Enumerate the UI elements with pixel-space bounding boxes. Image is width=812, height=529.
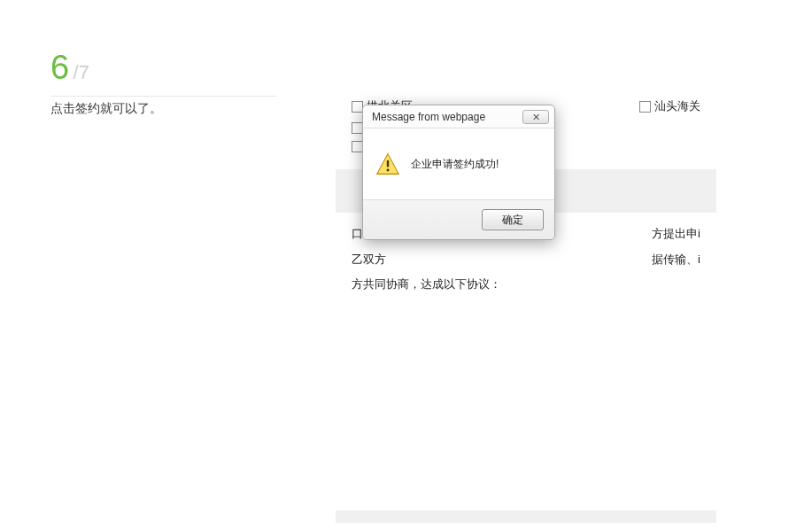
dialog-close-button[interactable]: ✕ bbox=[522, 110, 549, 124]
checkbox-icon bbox=[639, 101, 651, 113]
ok-button[interactable]: 确定 bbox=[482, 209, 544, 230]
close-icon: ✕ bbox=[532, 112, 540, 123]
background-agreement-text: 口快通关 方提出申i 乙双方 据传输、i 方共同协商，达成以下协议： bbox=[336, 213, 716, 510]
warning-icon bbox=[375, 152, 400, 176]
checkbox-label: 汕头海关 bbox=[654, 98, 700, 114]
dialog-titlebar: Message from webpage ✕ bbox=[363, 105, 554, 128]
message-dialog: Message from webpage ✕ 企业申请签约成功! 确定 bbox=[362, 105, 555, 240]
dialog-message: 企业申请签约成功! bbox=[411, 157, 499, 172]
step-header: 6 /7 bbox=[50, 49, 276, 97]
agreement-fragment: 方提出申i bbox=[652, 222, 700, 247]
agreement-fragment: 据传输、i bbox=[652, 247, 700, 273]
agreement-fragment: 乙双方 bbox=[352, 247, 386, 273]
step-total-number: /7 bbox=[73, 61, 89, 83]
step-instruction: 点击签约就可以了。 bbox=[50, 101, 162, 117]
embedded-screenshot: 拱北关区 汕头海关 成 山 口快通关 方提出申i 乙双方 据传输、i 方共同协商… bbox=[336, 89, 716, 523]
dialog-footer: 确定 bbox=[363, 200, 554, 239]
checkbox-item[interactable]: 汕头海关 bbox=[639, 98, 700, 114]
dialog-title: Message from webpage bbox=[372, 111, 485, 123]
agreement-fragment: 方共同协商，达成以下协议： bbox=[352, 277, 501, 291]
step-current-number: 6 bbox=[50, 49, 69, 86]
dialog-body: 企业申请签约成功! bbox=[363, 128, 554, 200]
svg-rect-1 bbox=[387, 160, 389, 167]
svg-point-2 bbox=[387, 169, 390, 172]
